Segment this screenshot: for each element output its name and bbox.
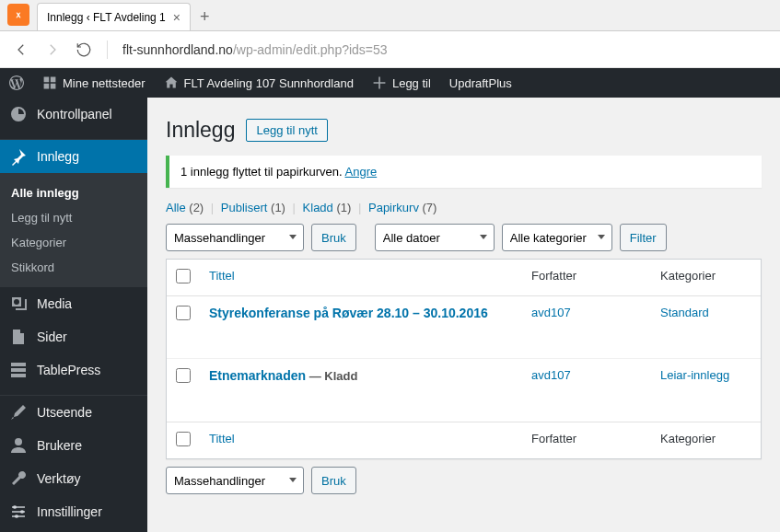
url-path: /wp-admin/edit.php?ids=53 xyxy=(233,42,388,57)
home-icon xyxy=(164,75,179,90)
table-row: Styrekonferanse på Røvær 28.10 – 30.10.2… xyxy=(167,296,761,359)
post-state: — Kladd xyxy=(306,369,357,383)
row-checkbox[interactable] xyxy=(176,306,191,320)
post-title-link[interactable]: Etnemarknaden xyxy=(209,368,306,383)
sidebar-tools-label: Verktøy xyxy=(37,471,80,486)
browser-tab-strip: ｘ Innlegg ‹ FLT Avdeling 1 × + xyxy=(0,0,780,31)
dashboard-icon xyxy=(9,105,28,123)
browser-tab-active[interactable]: Innlegg ‹ FLT Avdeling 1 × xyxy=(37,3,191,30)
svg-point-4 xyxy=(15,515,18,518)
col-categories-bottom: Kategorier xyxy=(651,422,761,458)
date-filter-select[interactable]: Alle datoer xyxy=(375,224,495,251)
pin-icon xyxy=(9,147,28,166)
sidebar-item-pages[interactable]: Sider xyxy=(0,320,147,353)
sidebar-appearance-label: Utseende xyxy=(37,405,92,420)
filter-all-count: (2) xyxy=(189,201,204,214)
sidebar-users-label: Brukere xyxy=(37,438,82,453)
undo-link[interactable]: Angre xyxy=(345,165,378,179)
my-sites-label: Mine nettsteder xyxy=(63,76,146,90)
my-sites[interactable]: Mine nettsteder xyxy=(33,68,155,98)
category-filter-select[interactable]: Alle kategorier xyxy=(502,224,612,251)
new-content[interactable]: Legg til xyxy=(363,68,440,98)
apply-button[interactable]: Bruk xyxy=(311,224,356,251)
wrench-icon xyxy=(9,469,28,488)
author-link[interactable]: avd107 xyxy=(531,306,571,319)
add-new-button[interactable]: Legg til nytt xyxy=(246,119,328,142)
browser-address-bar: flt-sunnhordland.no/wp-admin/edit.php?id… xyxy=(0,31,780,68)
sidebar-item-posts[interactable]: Innlegg xyxy=(0,140,147,173)
tablenav-top: Massehandlinger Bruk Alle datoer Alle ka… xyxy=(166,224,762,251)
new-tab-button[interactable]: + xyxy=(191,3,219,30)
posts-table: Tittel Forfatter Kategorier Styrekonfera… xyxy=(166,259,762,459)
filter-draft[interactable]: Kladd xyxy=(303,201,333,214)
tab-title: Innlegg ‹ FLT Avdeling 1 xyxy=(47,11,166,24)
subitem-all-posts[interactable]: Alle innlegg xyxy=(0,180,147,205)
new-content-label: Legg til xyxy=(392,76,431,90)
bulk-actions-select[interactable]: Massehandlinger xyxy=(166,224,304,251)
sidebar-media-label: Media xyxy=(37,296,72,311)
apply-button-bottom[interactable]: Bruk xyxy=(311,467,356,494)
filter-all[interactable]: Alle xyxy=(166,201,186,214)
bulk-actions-select-bottom[interactable]: Massehandlinger xyxy=(166,467,304,494)
updraftplus-label: UpdraftPlus xyxy=(449,76,512,90)
col-author-bottom: Forfatter xyxy=(522,422,651,458)
notice-success: 1 innlegg flyttet til papirkurven. Angre xyxy=(166,156,762,188)
media-icon xyxy=(9,295,28,313)
sidebar-item-media[interactable]: Media xyxy=(0,287,147,320)
sidebar-pages-label: Sider xyxy=(37,330,67,344)
subitem-categories[interactable]: Kategorier xyxy=(0,230,147,255)
wp-logo[interactable] xyxy=(0,68,33,98)
sidebar-item-appearance[interactable]: Utseende xyxy=(0,396,147,429)
site-name[interactable]: FLT Avdeling 107 Sunnhordland xyxy=(155,68,363,98)
content-area: Innlegg Legg til nytt 1 innlegg flyttet … xyxy=(147,98,780,532)
separator: | xyxy=(211,201,214,214)
sidebar-item-settings[interactable]: Innstillinger xyxy=(0,495,147,528)
post-title-link[interactable]: Styrekonferanse på Røvær 28.10 – 30.10.2… xyxy=(209,306,488,320)
select-all-checkbox-bottom[interactable] xyxy=(176,432,191,446)
brush-icon xyxy=(9,403,28,422)
subitem-tags[interactable]: Stikkord xyxy=(0,255,147,280)
sidebar-item-tools[interactable]: Verktøy xyxy=(0,462,147,495)
url-display[interactable]: flt-sunnhordland.no/wp-admin/edit.php?id… xyxy=(122,42,388,57)
filter-button[interactable]: Filter xyxy=(620,224,667,251)
col-categories: Kategorier xyxy=(651,260,761,296)
author-link[interactable]: avd107 xyxy=(531,368,571,382)
sidebar-item-tablepress[interactable]: TablePress xyxy=(0,353,147,387)
refresh-button[interactable] xyxy=(76,41,92,58)
select-all-checkbox[interactable] xyxy=(176,269,191,283)
sliders-icon xyxy=(9,503,28,521)
admin-sidebar: Kontrollpanel Innlegg Alle innlegg Legg … xyxy=(0,98,147,532)
filter-trash-count: (7) xyxy=(423,201,437,214)
url-domain: flt-sunnhordland.no xyxy=(122,42,233,57)
filter-published-count: (1) xyxy=(271,201,285,214)
sidebar-item-dashboard[interactable]: Kontrollpanel xyxy=(0,98,147,131)
category-link[interactable]: Leiar-innlegg xyxy=(660,368,729,382)
updraftplus[interactable]: UpdraftPlus xyxy=(440,68,521,98)
subitem-add-new[interactable]: Legg til nytt xyxy=(0,205,147,230)
sidebar-posts-label: Innlegg xyxy=(37,149,79,164)
svg-point-0 xyxy=(14,299,19,305)
wordpress-icon xyxy=(9,75,24,90)
filter-trash[interactable]: Papirkurv xyxy=(368,201,419,214)
back-button[interactable] xyxy=(13,41,29,58)
svg-point-3 xyxy=(20,510,24,514)
close-icon[interactable]: × xyxy=(173,10,180,25)
xampp-icon: ｘ xyxy=(7,4,29,26)
table-icon xyxy=(9,361,28,379)
filter-published[interactable]: Publisert xyxy=(221,201,268,214)
page-title: Innlegg xyxy=(166,118,235,143)
row-checkbox[interactable] xyxy=(176,368,191,383)
col-author: Forfatter xyxy=(522,260,651,296)
sidebar-dashboard-label: Kontrollpanel xyxy=(37,107,112,121)
col-title-sort-bottom[interactable]: Tittel xyxy=(209,432,235,445)
table-row: Etnemarknaden — Kladd avd107 Leiar-innle… xyxy=(167,359,761,422)
plus-icon xyxy=(372,75,387,90)
filter-draft-count: (1) xyxy=(336,201,351,214)
sidebar-item-users[interactable]: Brukere xyxy=(0,429,147,462)
separator: | xyxy=(358,201,361,214)
wp-admin-bar: Mine nettsteder FLT Avdeling 107 Sunnhor… xyxy=(0,68,780,98)
category-link[interactable]: Standard xyxy=(660,306,709,319)
forward-button[interactable] xyxy=(44,41,61,58)
col-title-sort[interactable]: Tittel xyxy=(209,269,235,283)
status-filters: Alle (2) | Publisert (1) | Kladd (1) | P… xyxy=(166,201,762,214)
